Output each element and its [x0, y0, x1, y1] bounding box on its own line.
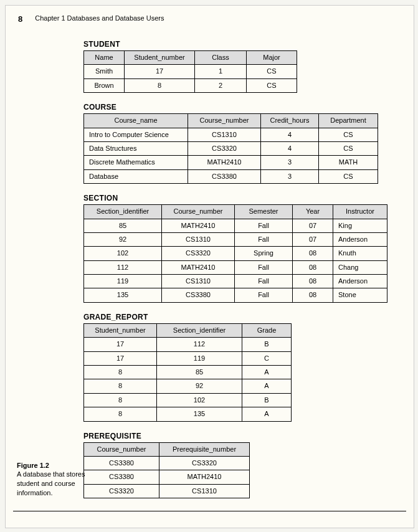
th: Course_number [84, 442, 159, 456]
prereq-title: PREREQUISITE [83, 432, 414, 440]
th: Department [319, 114, 378, 128]
cell: 17 [125, 65, 195, 78]
table-row: 119CS1310Fall08Anderson [84, 275, 387, 288]
cell: Smith [84, 65, 125, 78]
cell: Fall [235, 275, 293, 288]
cell: 8 [84, 379, 157, 393]
cell: 4 [261, 141, 319, 155]
cell: 112 [157, 338, 242, 351]
cell: 119 [157, 351, 242, 365]
th: Student_number [125, 51, 195, 65]
cell: 17 [84, 338, 157, 351]
table-row: 885A [84, 366, 292, 379]
table-row: CS3380CS3320 [84, 456, 250, 470]
cell: 2 [195, 78, 247, 92]
cell: CS3320 [188, 141, 261, 155]
cell: Fall [235, 219, 293, 232]
th: Major [247, 51, 297, 65]
cell: B [242, 393, 292, 407]
student-table: Name Student_number Class Major Smith171… [83, 50, 297, 93]
th: Section_identifier [84, 205, 162, 219]
cell: CS3380 [162, 288, 235, 302]
table-row: Discrete MathematicsMATH24103MATH [84, 156, 378, 169]
th: Instructor [333, 205, 387, 219]
cell: CS [319, 169, 378, 183]
table-row: 102CS3320Spring08Knuth [84, 247, 387, 260]
cell: CS3380 [84, 456, 159, 470]
figure-caption: Figure 1.2 A database that stores studen… [17, 461, 85, 498]
table-row: 112MATH2410Fall08Chang [84, 260, 387, 274]
cell: Anderson [333, 232, 387, 246]
cell: CS1310 [162, 232, 235, 246]
table-row: 17112B [84, 338, 292, 351]
cell: Brown [84, 78, 125, 92]
cell: 08 [293, 288, 333, 302]
cell: CS1310 [162, 275, 235, 288]
th: Course_name [84, 114, 188, 128]
table-row: 8135A [84, 407, 292, 421]
cell: 4 [261, 128, 319, 141]
table-row: 17119C [84, 351, 292, 365]
prereq-tbody: CS3380CS3320CS3380MATH2410CS3320CS1310 [84, 456, 250, 498]
table-row: Data StructuresCS33204CS [84, 141, 378, 155]
cell: CS3380 [84, 470, 159, 484]
section-tbody: 85MATH2410Fall07King92CS1310Fall07Anders… [84, 219, 387, 302]
cell: Discrete Mathematics [84, 156, 188, 169]
cell: Fall [235, 260, 293, 274]
cell: CS [247, 78, 297, 92]
page-number: 8 [18, 14, 22, 24]
cell: 102 [157, 393, 242, 407]
section-title: SECTION [83, 194, 414, 202]
cell: 119 [84, 275, 162, 288]
cell: 3 [261, 169, 319, 183]
cell: C [242, 351, 292, 365]
th: Prerequisite_number [159, 442, 250, 456]
cell: Spring [235, 247, 293, 260]
figure-label: Figure 1.2 [17, 462, 49, 469]
cell: King [333, 219, 387, 232]
cell: 08 [293, 275, 333, 288]
cell: CS3320 [84, 484, 159, 498]
cell: 8 [84, 407, 157, 421]
cell: MATH [319, 156, 378, 169]
table-row: 892A [84, 379, 292, 393]
course-table: Course_name Course_number Credit_hours D… [83, 113, 378, 184]
cell: 92 [84, 232, 162, 246]
cell: MATH2410 [162, 219, 235, 232]
cell: MATH2410 [162, 260, 235, 274]
cell: 08 [293, 260, 333, 274]
cell: Fall [235, 288, 293, 302]
grade-tbody: 17112B17119C885A892A8102B8135A [84, 338, 292, 421]
cell: CS3320 [162, 247, 235, 260]
th: Credit_hours [261, 114, 319, 128]
cell: Chang [333, 260, 387, 274]
figure-text: A database that stores student and cours… [17, 470, 85, 496]
cell: 07 [293, 219, 333, 232]
prereq-table: Course_number Prerequisite_number CS3380… [83, 442, 250, 499]
student-title: STUDENT [83, 40, 414, 49]
table-row: 92CS1310Fall07Anderson [84, 232, 387, 246]
cell: CS [319, 141, 378, 155]
cell: CS3380 [188, 169, 261, 183]
table-row: 85MATH2410Fall07King [84, 219, 387, 232]
cell: 85 [157, 366, 242, 379]
grade-table: Student_number Section_identifier Grade … [83, 323, 292, 422]
cell: A [242, 366, 292, 379]
cell: 8 [84, 393, 157, 407]
cell: 07 [293, 232, 333, 246]
course-title: COURSE [83, 103, 414, 112]
cell: Data Structures [84, 141, 188, 155]
th: Student_number [84, 323, 157, 337]
cell: Fall [235, 232, 293, 246]
cell: Stone [333, 288, 387, 302]
cell: CS [319, 128, 378, 141]
table-row: DatabaseCS33803CS [84, 169, 378, 183]
table-row: Intro to Computer ScienceCS13104CS [84, 128, 378, 141]
cell: B [242, 338, 292, 351]
grade-title: GRADE_REPORT [83, 313, 414, 321]
cell: MATH2410 [159, 470, 250, 484]
section-table: Section_identifier Course_number Semeste… [83, 204, 387, 303]
cell: 112 [84, 260, 162, 274]
cell: A [242, 407, 292, 421]
th: Name [84, 51, 125, 65]
